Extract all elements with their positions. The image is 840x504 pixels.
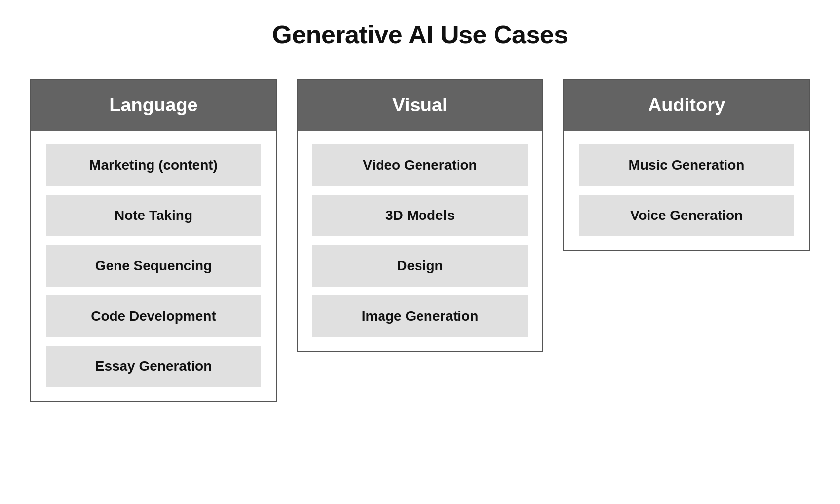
item-card-visual-1: 3D Models [312,195,528,236]
column-header-language: Language [31,80,276,131]
item-card-auditory-0: Music Generation [579,144,794,186]
page-title: Generative AI Use Cases [272,20,568,49]
item-card-language-2: Gene Sequencing [46,245,261,287]
item-card-visual-0: Video Generation [312,144,528,186]
column-body-auditory: Music GenerationVoice Generation [564,131,809,250]
item-card-language-3: Code Development [46,295,261,337]
column-language: LanguageMarketing (content)Note TakingGe… [30,79,277,402]
column-auditory: AuditoryMusic GenerationVoice Generation [563,79,810,251]
column-body-visual: Video Generation3D ModelsDesignImage Gen… [298,131,542,351]
item-card-auditory-1: Voice Generation [579,195,794,236]
column-header-visual: Visual [298,80,542,131]
column-visual: VisualVideo Generation3D ModelsDesignIma… [297,79,543,352]
item-card-language-0: Marketing (content) [46,144,261,186]
column-header-auditory: Auditory [564,80,809,131]
item-card-language-4: Essay Generation [46,346,261,387]
column-body-language: Marketing (content)Note TakingGene Seque… [31,131,276,401]
columns-container: LanguageMarketing (content)Note TakingGe… [30,79,810,402]
item-card-language-1: Note Taking [46,195,261,236]
item-card-visual-2: Design [312,245,528,287]
item-card-visual-3: Image Generation [312,295,528,337]
